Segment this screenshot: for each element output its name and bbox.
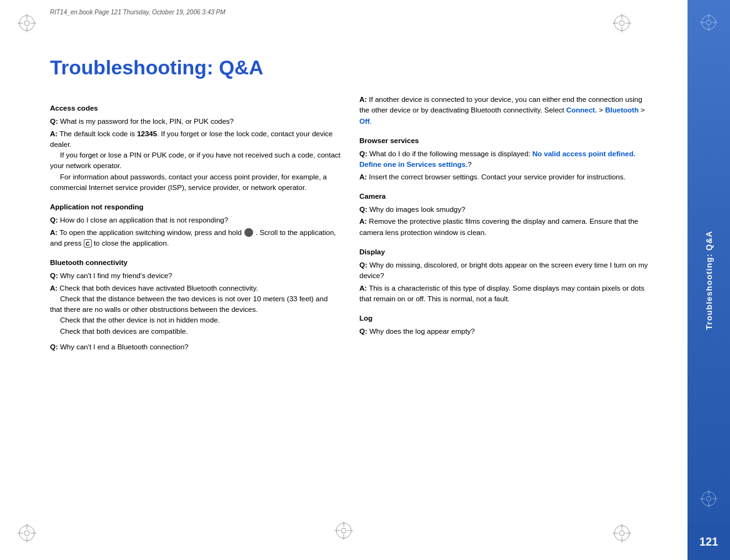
- q-label-camera: Q:: [359, 206, 368, 213]
- a-display-text: This is a characteristic of this type of…: [359, 284, 644, 302]
- a-label-bt2: A:: [359, 96, 367, 103]
- sidebar-corner-mark-top: [700, 14, 718, 34]
- a-app-text: To open the application switching window…: [50, 229, 336, 247]
- qa-block-log: Q: Why does the log appear empty?: [359, 326, 650, 337]
- q-app: Q: How do I close an application that is…: [50, 215, 341, 226]
- q-bt2: Q: Why can't I end a Bluetooth connectio…: [50, 342, 341, 352]
- a-label: A:: [50, 130, 58, 138]
- a-access-text: The default lock code is 12345. If you f…: [50, 130, 341, 191]
- a-label-app: A:: [50, 229, 58, 236]
- section-heading-bluetooth: Bluetooth connectivity: [50, 258, 341, 268]
- a-bt1-text: Check that both devices have activated B…: [50, 284, 328, 335]
- q-bt1: Q: Why can't I find my friend's device?: [50, 271, 341, 281]
- q-label-display: Q:: [359, 261, 368, 269]
- sidebar-label: Troubleshooting: Q&A: [704, 231, 714, 330]
- q-log: Q: Why does the log appear empty?: [359, 326, 650, 337]
- a-label-bt1: A:: [50, 284, 58, 292]
- bluetooth-link: Bluetooth: [605, 106, 639, 114]
- col-right: A: If another device is connected to you…: [359, 94, 650, 358]
- qa-block-bt1: Q: Why can't I find my friend's device? …: [50, 271, 341, 337]
- q-display: Q: Why do missing, discolored, or bright…: [359, 260, 650, 282]
- a-access: A: The default lock code is 12345. If yo…: [50, 129, 341, 194]
- content-columns: Access codes Q: What is my password for …: [50, 94, 650, 358]
- a-bt2-text: If another device is connected to your d…: [359, 96, 645, 125]
- off-link: Off: [359, 118, 370, 125]
- corner-mark-br: [612, 524, 631, 542]
- qa-block-camera: Q: Why do images look smudgy? A: Remove …: [359, 204, 650, 238]
- q-label: Q:: [50, 118, 58, 125]
- qa-block-access-q: Q: What is my password for the lock, PIN…: [50, 116, 341, 193]
- q-label-app: Q:: [50, 216, 58, 224]
- page-number-box: 121: [688, 524, 730, 560]
- corner-mark-tr: [612, 14, 631, 32]
- qa-block-bt-continued: A: If another device is connected to you…: [359, 94, 650, 127]
- header-meta: RIT14_en.book Page 121 Thursday, October…: [50, 9, 226, 16]
- a-display: A: This is a characteristic of this type…: [359, 283, 650, 305]
- q-label-bt1: Q:: [50, 272, 58, 279]
- a-browser-text: Insert the correct browser settings. Con…: [369, 173, 625, 181]
- a-bt1: A: Check that both devices have activate…: [50, 283, 341, 337]
- q-label-bt2: Q:: [50, 343, 58, 351]
- c-key-icon: C: [84, 239, 92, 248]
- a-bt2: A: If another device is connected to you…: [359, 94, 650, 127]
- svg-point-7: [341, 528, 346, 533]
- a-app: A: To open the application switching win…: [50, 228, 341, 249]
- svg-point-19: [706, 496, 711, 501]
- corner-mark-bottom-center: [334, 521, 353, 542]
- q-camera: Q: Why do images look smudgy?: [359, 204, 650, 215]
- qa-block-display: Q: Why do missing, discolored, or bright…: [359, 260, 650, 304]
- browser-error-msg: No valid access point defined. Define on…: [359, 150, 636, 168]
- qa-block-app: Q: How do I close an application that is…: [50, 215, 341, 249]
- a-label-browser: A:: [359, 173, 367, 181]
- page-title: Troubleshooting: Q&A: [50, 56, 650, 79]
- section-heading-browser: Browser services: [359, 136, 650, 146]
- section-heading-camera: Camera: [359, 191, 650, 202]
- a-camera: A: Remove the protective plastic films c…: [359, 216, 650, 238]
- q-browser: Q: What do I do if the following message…: [359, 149, 650, 171]
- person-icon: [244, 228, 253, 237]
- col-left: Access codes Q: What is my password for …: [50, 94, 341, 358]
- sidebar-corner-mark-bottom: [700, 490, 718, 510]
- a-label-camera: A:: [359, 218, 367, 225]
- corner-mark-bl: [18, 524, 36, 542]
- main-page: RIT14_en.book Page 121 Thursday, October…: [0, 0, 688, 560]
- a-camera-text: Remove the protective plastic films cove…: [359, 218, 638, 236]
- connect-link: Connect.: [566, 106, 597, 114]
- section-heading-log: Log: [359, 313, 650, 324]
- q-label-log: Q:: [359, 328, 368, 335]
- a-label-display: A:: [359, 284, 367, 292]
- section-heading-access-codes: Access codes: [50, 103, 341, 114]
- q-label-browser: Q:: [359, 150, 368, 158]
- sidebar: Troubleshooting: Q&A 121: [688, 0, 730, 560]
- section-heading-display: Display: [359, 247, 650, 258]
- svg-point-13: [706, 20, 711, 24]
- a-browser: A: Insert the correct browser settings. …: [359, 172, 650, 182]
- section-heading-app-not-responding: Application not responding: [50, 202, 341, 212]
- qa-block-bt2: Q: Why can't I end a Bluetooth connectio…: [50, 342, 341, 352]
- q-access: Q: What is my password for the lock, PIN…: [50, 116, 341, 127]
- qa-block-browser: Q: What do I do if the following message…: [359, 149, 650, 182]
- corner-mark-tl: [18, 14, 36, 32]
